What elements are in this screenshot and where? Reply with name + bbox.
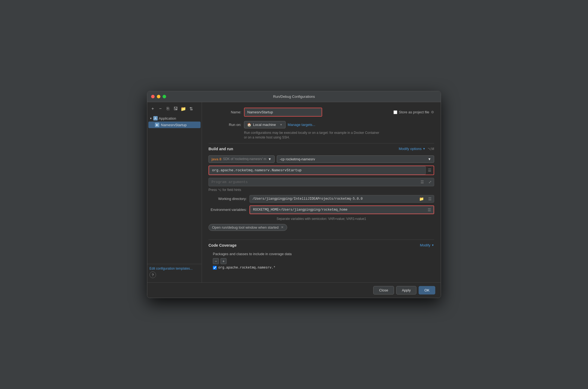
working-directory-label: Working directory: <box>208 197 247 201</box>
name-input[interactable] <box>245 108 321 116</box>
build-run-section: Build and run Modify options ▼ ⌥M java 8… <box>208 147 434 235</box>
cp-text-label: -cp rocketmq-namesrv <box>280 157 315 161</box>
sidebar-toolbar: + − ⎘ 🖫 📁 ⇅ <box>147 104 202 114</box>
modify-options-button[interactable]: Modify options ▼ ⌥M <box>399 147 434 151</box>
coverage-controls: − + <box>208 258 434 264</box>
application-group-label: Application <box>159 116 176 120</box>
folder-config-button[interactable]: 📁 <box>180 105 187 112</box>
program-args-input[interactable] <box>209 178 418 186</box>
java-cp-row: java 8 SDK of 'rocketmq-namesrv' m ▼ -cp… <box>208 155 434 163</box>
sidebar-footer: Edit configuration templates... ? <box>147 264 202 280</box>
code-coverage-modify-button[interactable]: Modify ▼ <box>420 243 434 247</box>
run-on-select-row: 🏠 Local machine ▼ Manage targets... <box>244 121 434 128</box>
modify-options-chevron-icon: ▼ <box>423 147 425 150</box>
main-class-expand-icon[interactable]: ☰ <box>426 168 434 172</box>
sidebar-item-namesrvstartup[interactable]: ▶ NamesrvStartup <box>148 122 201 128</box>
plus-icon: + <box>151 106 154 111</box>
sort-icon: ⇅ <box>189 106 193 111</box>
copy-config-button[interactable]: ⎘ <box>165 105 171 112</box>
sdk-text-label: SDK of 'rocketmq-namesrv' m <box>223 157 266 161</box>
working-dir-list-icon[interactable]: ☰ <box>426 197 434 201</box>
save-config-button[interactable]: 🖫 <box>172 105 179 112</box>
modify-options-shortcut: ⌥M <box>428 147 434 151</box>
code-coverage-modify-label: Modify <box>420 243 430 247</box>
run-on-value: Local machine <box>253 123 276 127</box>
java-version-label: java 8 <box>211 157 221 161</box>
sort-config-button[interactable]: ⇅ <box>188 105 194 112</box>
run-on-dropdown[interactable]: 🏠 Local machine ▼ <box>244 121 286 128</box>
namesrv-item-icon: ▶ <box>155 123 159 127</box>
program-args-expand-icon[interactable]: ⤢ <box>426 180 434 184</box>
add-config-button[interactable]: + <box>149 105 156 112</box>
working-dir-folder-icon[interactable]: 📁 <box>417 197 426 201</box>
coverage-item-checkbox[interactable] <box>213 266 217 270</box>
edit-config-templates-link[interactable]: Edit configuration templates... <box>149 267 193 270</box>
minus-icon: − <box>159 106 161 111</box>
sidebar-group-application-header[interactable]: ▼ A Application <box>147 115 202 121</box>
coverage-remove-button[interactable]: − <box>213 258 219 264</box>
cp-dropdown-arrow-icon: ▼ <box>428 157 431 161</box>
open-tool-window-label: Open run/debug tool window when started <box>212 225 279 229</box>
run-on-hint: Run configurations may be executed local… <box>244 131 381 140</box>
minimize-window-button[interactable] <box>157 95 160 98</box>
code-coverage-section: Code Coverage Modify ▼ Packages and clas… <box>208 243 434 270</box>
run-debug-window: Run/Debug Configurations + − ⎘ 🖫 📁 <box>147 91 441 298</box>
env-variables-list-icon[interactable]: ☰ <box>425 208 433 212</box>
press-hint: Press ⌥ for field hints <box>208 188 434 192</box>
code-coverage-title: Code Coverage <box>208 243 237 247</box>
store-project-checkbox[interactable] <box>393 110 397 114</box>
coverage-item-label: org.apache.rocketmq.namesrv.* <box>218 266 275 270</box>
divider-2 <box>208 240 434 240</box>
coverage-add-button[interactable]: + <box>220 258 227 264</box>
chevron-down-icon: ▼ <box>149 117 152 120</box>
store-project-row: Store as project file ⚙ <box>393 110 434 114</box>
env-variables-input[interactable] <box>250 206 425 213</box>
environment-variables-row: Environment variables: ☰ <box>208 205 434 214</box>
apply-button[interactable]: Apply <box>396 286 417 294</box>
build-run-header: Build and run Modify options ▼ ⌥M <box>208 147 434 152</box>
coverage-item-row: org.apache.rocketmq.namesrv.* <box>208 266 434 270</box>
sidebar: + − ⎘ 🖫 📁 ⇅ ▼ <box>147 102 202 282</box>
titlebar: Run/Debug Configurations <box>147 91 441 102</box>
store-project-label: Store as project file <box>399 110 429 114</box>
name-row: Name: Store as project file ⚙ <box>208 108 434 117</box>
remove-tag-button[interactable]: ✕ <box>281 225 284 229</box>
packages-label: Packages and classes to include in cover… <box>208 252 434 256</box>
env-field: ☰ <box>250 206 434 214</box>
local-machine-icon: 🏠 <box>247 123 251 127</box>
env-variables-label: Environment variables: <box>208 208 247 212</box>
java-sdk-dropdown[interactable]: java 8 SDK of 'rocketmq-namesrv' m ▼ <box>208 155 275 163</box>
name-label: Name: <box>208 110 241 114</box>
main-class-input[interactable] <box>209 166 426 175</box>
save-icon: 🖫 <box>174 106 178 111</box>
code-coverage-header: Code Coverage Modify ▼ <box>208 243 434 249</box>
run-on-row: Run on: 🏠 Local machine ▼ Manage targets… <box>208 121 434 140</box>
cp-dropdown[interactable]: -cp rocketmq-namesrv ▼ <box>277 155 434 163</box>
dropdown-arrow-icon: ▼ <box>280 123 283 126</box>
modify-options-label: Modify options <box>399 147 422 151</box>
env-field-wrapper: ☰ <box>249 205 434 214</box>
maximize-window-button[interactable] <box>163 95 166 98</box>
ok-button[interactable]: OK <box>419 286 435 294</box>
remove-config-button[interactable]: − <box>157 105 164 112</box>
main-class-field: ☰ <box>208 166 434 175</box>
store-project-gear-icon: ⚙ <box>431 110 434 114</box>
build-run-title: Build and run <box>208 147 233 151</box>
close-window-button[interactable] <box>151 95 155 98</box>
open-tool-window-tag: Open run/debug tool window when started … <box>208 224 287 231</box>
manage-targets-link[interactable]: Manage targets... <box>288 123 315 127</box>
traffic-lights <box>151 95 166 98</box>
program-args-list-icon[interactable]: ☰ <box>418 180 426 184</box>
window-title: Run/Debug Configurations <box>273 95 315 99</box>
env-hint: Separate variables with semicolon: VAR=v… <box>208 217 434 221</box>
program-args-field: ☰ ⤢ <box>208 178 434 186</box>
working-directory-input[interactable] <box>250 195 417 202</box>
code-coverage-chevron-icon: ▼ <box>431 244 434 247</box>
run-on-label: Run on: <box>208 121 241 127</box>
copy-icon: ⎘ <box>167 106 169 111</box>
folder-icon: 📁 <box>181 106 186 111</box>
namesrv-item-label: NamesrvStartup <box>161 123 187 127</box>
working-directory-field: 📁 ☰ <box>249 195 434 203</box>
help-button[interactable]: ? <box>149 272 156 278</box>
close-button[interactable]: Close <box>373 286 394 294</box>
